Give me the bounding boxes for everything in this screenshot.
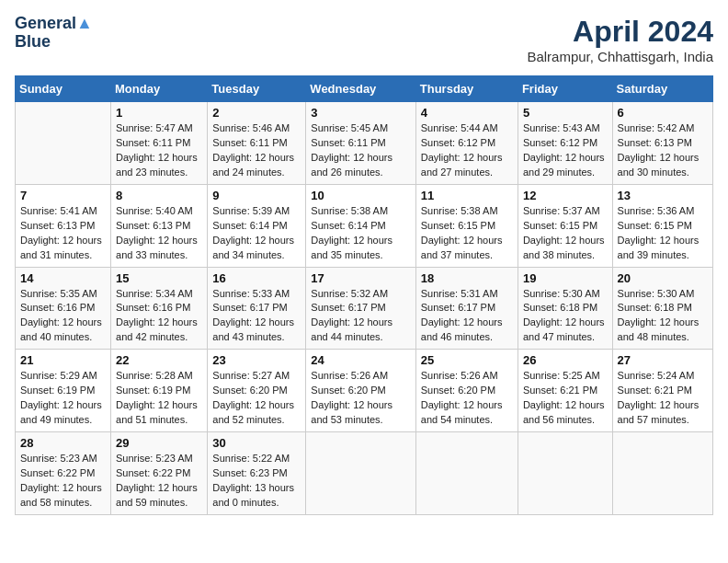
cell-info: Sunrise: 5:26 AMSunset: 6:20 PMDaylight:… bbox=[421, 369, 513, 428]
cell-info: Sunrise: 5:32 AMSunset: 6:17 PMDaylight:… bbox=[311, 287, 410, 346]
calendar-cell: 20Sunrise: 5:30 AMSunset: 6:18 PMDayligh… bbox=[612, 267, 712, 350]
calendar-table: SundayMondayTuesdayWednesdayThursdayFrid… bbox=[15, 75, 713, 515]
calendar-cell: 19Sunrise: 5:30 AMSunset: 6:18 PMDayligh… bbox=[518, 267, 612, 350]
cell-info: Sunrise: 5:31 AMSunset: 6:17 PMDaylight:… bbox=[421, 287, 513, 346]
cell-info: Sunrise: 5:24 AMSunset: 6:21 PMDaylight:… bbox=[618, 369, 708, 428]
logo-text: General▲Blue bbox=[15, 15, 93, 52]
date-number: 26 bbox=[523, 353, 608, 367]
cell-info: Sunrise: 5:34 AMSunset: 6:16 PMDaylight:… bbox=[116, 287, 202, 346]
date-number: 18 bbox=[421, 271, 513, 285]
date-number: 25 bbox=[421, 353, 513, 367]
date-number: 11 bbox=[421, 189, 513, 202]
date-number: 22 bbox=[116, 353, 202, 367]
calendar-cell: 2Sunrise: 5:46 AMSunset: 6:11 PMDaylight… bbox=[208, 102, 306, 185]
location-subtitle: Balrampur, Chhattisgarh, India bbox=[527, 49, 713, 64]
calendar-cell bbox=[415, 432, 518, 515]
calendar-cell: 4Sunrise: 5:44 AMSunset: 6:12 PMDaylight… bbox=[415, 102, 518, 185]
calendar-cell: 15Sunrise: 5:34 AMSunset: 6:16 PMDayligh… bbox=[111, 267, 208, 350]
calendar-week-row: 28Sunrise: 5:23 AMSunset: 6:22 PMDayligh… bbox=[16, 432, 713, 515]
calendar-cell: 13Sunrise: 5:36 AMSunset: 6:15 PMDayligh… bbox=[612, 184, 712, 267]
cell-info: Sunrise: 5:30 AMSunset: 6:18 PMDaylight:… bbox=[523, 287, 608, 346]
calendar-cell: 10Sunrise: 5:38 AMSunset: 6:14 PMDayligh… bbox=[306, 184, 415, 267]
cell-info: Sunrise: 5:23 AMSunset: 6:22 PMDaylight:… bbox=[116, 452, 202, 511]
calendar-week-row: 14Sunrise: 5:35 AMSunset: 6:16 PMDayligh… bbox=[16, 267, 713, 350]
calendar-cell: 14Sunrise: 5:35 AMSunset: 6:16 PMDayligh… bbox=[16, 267, 111, 350]
date-number: 1 bbox=[116, 106, 202, 120]
cell-info: Sunrise: 5:43 AMSunset: 6:12 PMDaylight:… bbox=[523, 121, 608, 180]
date-number: 14 bbox=[20, 271, 106, 285]
cell-info: Sunrise: 5:33 AMSunset: 6:17 PMDaylight:… bbox=[212, 287, 301, 346]
cell-info: Sunrise: 5:27 AMSunset: 6:20 PMDaylight:… bbox=[212, 369, 301, 428]
date-number: 5 bbox=[523, 106, 608, 120]
calendar-week-row: 1Sunrise: 5:47 AMSunset: 6:11 PMDaylight… bbox=[16, 102, 713, 185]
logo: General▲Blue bbox=[15, 15, 93, 52]
calendar-cell bbox=[612, 432, 712, 515]
date-number: 15 bbox=[116, 271, 202, 285]
calendar-cell: 27Sunrise: 5:24 AMSunset: 6:21 PMDayligh… bbox=[612, 350, 712, 432]
column-header-thursday: Thursday bbox=[415, 76, 518, 102]
date-number: 30 bbox=[212, 436, 301, 450]
date-number: 10 bbox=[311, 189, 410, 202]
calendar-cell: 26Sunrise: 5:25 AMSunset: 6:21 PMDayligh… bbox=[518, 350, 612, 432]
column-header-sunday: Sunday bbox=[16, 76, 111, 102]
date-number: 7 bbox=[20, 189, 106, 202]
cell-info: Sunrise: 5:45 AMSunset: 6:11 PMDaylight:… bbox=[311, 121, 410, 180]
calendar-cell: 7Sunrise: 5:41 AMSunset: 6:13 PMDaylight… bbox=[16, 184, 111, 267]
calendar-cell: 25Sunrise: 5:26 AMSunset: 6:20 PMDayligh… bbox=[415, 350, 518, 432]
calendar-week-row: 7Sunrise: 5:41 AMSunset: 6:13 PMDaylight… bbox=[16, 184, 713, 267]
calendar-cell: 9Sunrise: 5:39 AMSunset: 6:14 PMDaylight… bbox=[208, 184, 306, 267]
date-number: 13 bbox=[618, 189, 708, 202]
cell-info: Sunrise: 5:36 AMSunset: 6:15 PMDaylight:… bbox=[618, 204, 708, 263]
cell-info: Sunrise: 5:37 AMSunset: 6:15 PMDaylight:… bbox=[523, 204, 608, 263]
cell-info: Sunrise: 5:29 AMSunset: 6:19 PMDaylight:… bbox=[20, 369, 106, 428]
calendar-week-row: 21Sunrise: 5:29 AMSunset: 6:19 PMDayligh… bbox=[16, 350, 713, 432]
date-number: 21 bbox=[20, 353, 106, 367]
cell-info: Sunrise: 5:44 AMSunset: 6:12 PMDaylight:… bbox=[421, 121, 513, 180]
cell-info: Sunrise: 5:38 AMSunset: 6:14 PMDaylight:… bbox=[311, 204, 410, 263]
calendar-header-row: SundayMondayTuesdayWednesdayThursdayFrid… bbox=[16, 76, 713, 102]
calendar-cell: 3Sunrise: 5:45 AMSunset: 6:11 PMDaylight… bbox=[306, 102, 415, 185]
date-number: 16 bbox=[212, 271, 301, 285]
calendar-cell: 5Sunrise: 5:43 AMSunset: 6:12 PMDaylight… bbox=[518, 102, 612, 185]
column-header-saturday: Saturday bbox=[612, 76, 712, 102]
date-number: 4 bbox=[421, 106, 513, 120]
calendar-cell: 24Sunrise: 5:26 AMSunset: 6:20 PMDayligh… bbox=[306, 350, 415, 432]
month-title: April 2024 bbox=[527, 15, 713, 49]
column-header-monday: Monday bbox=[111, 76, 208, 102]
date-number: 28 bbox=[20, 436, 106, 450]
cell-info: Sunrise: 5:38 AMSunset: 6:15 PMDaylight:… bbox=[421, 204, 513, 263]
calendar-cell: 1Sunrise: 5:47 AMSunset: 6:11 PMDaylight… bbox=[111, 102, 208, 185]
calendar-cell: 12Sunrise: 5:37 AMSunset: 6:15 PMDayligh… bbox=[518, 184, 612, 267]
calendar-cell: 17Sunrise: 5:32 AMSunset: 6:17 PMDayligh… bbox=[306, 267, 415, 350]
cell-info: Sunrise: 5:35 AMSunset: 6:16 PMDaylight:… bbox=[20, 287, 106, 346]
calendar-cell: 11Sunrise: 5:38 AMSunset: 6:15 PMDayligh… bbox=[415, 184, 518, 267]
calendar-cell bbox=[306, 432, 415, 515]
calendar-cell bbox=[518, 432, 612, 515]
date-number: 8 bbox=[116, 189, 202, 202]
cell-info: Sunrise: 5:25 AMSunset: 6:21 PMDaylight:… bbox=[523, 369, 608, 428]
cell-info: Sunrise: 5:23 AMSunset: 6:22 PMDaylight:… bbox=[20, 452, 106, 511]
column-header-wednesday: Wednesday bbox=[306, 76, 415, 102]
calendar-cell: 6Sunrise: 5:42 AMSunset: 6:13 PMDaylight… bbox=[612, 102, 712, 185]
calendar-cell: 16Sunrise: 5:33 AMSunset: 6:17 PMDayligh… bbox=[208, 267, 306, 350]
calendar-cell: 29Sunrise: 5:23 AMSunset: 6:22 PMDayligh… bbox=[111, 432, 208, 515]
calendar-cell: 8Sunrise: 5:40 AMSunset: 6:13 PMDaylight… bbox=[111, 184, 208, 267]
calendar-cell bbox=[16, 102, 111, 185]
cell-info: Sunrise: 5:46 AMSunset: 6:11 PMDaylight:… bbox=[212, 121, 301, 180]
date-number: 27 bbox=[618, 353, 708, 367]
date-number: 29 bbox=[116, 436, 202, 450]
cell-info: Sunrise: 5:39 AMSunset: 6:14 PMDaylight:… bbox=[212, 204, 301, 263]
column-header-friday: Friday bbox=[518, 76, 612, 102]
title-block: April 2024 Balrampur, Chhattisgarh, Indi… bbox=[527, 15, 713, 64]
date-number: 23 bbox=[212, 353, 301, 367]
cell-info: Sunrise: 5:26 AMSunset: 6:20 PMDaylight:… bbox=[311, 369, 410, 428]
page-header: General▲Blue April 2024 Balrampur, Chhat… bbox=[15, 15, 713, 64]
calendar-cell: 23Sunrise: 5:27 AMSunset: 6:20 PMDayligh… bbox=[208, 350, 306, 432]
cell-info: Sunrise: 5:28 AMSunset: 6:19 PMDaylight:… bbox=[116, 369, 202, 428]
calendar-cell: 28Sunrise: 5:23 AMSunset: 6:22 PMDayligh… bbox=[16, 432, 111, 515]
date-number: 24 bbox=[311, 353, 410, 367]
date-number: 6 bbox=[618, 106, 708, 120]
date-number: 19 bbox=[523, 271, 608, 285]
cell-info: Sunrise: 5:41 AMSunset: 6:13 PMDaylight:… bbox=[20, 204, 106, 263]
calendar-cell: 30Sunrise: 5:22 AMSunset: 6:23 PMDayligh… bbox=[208, 432, 306, 515]
